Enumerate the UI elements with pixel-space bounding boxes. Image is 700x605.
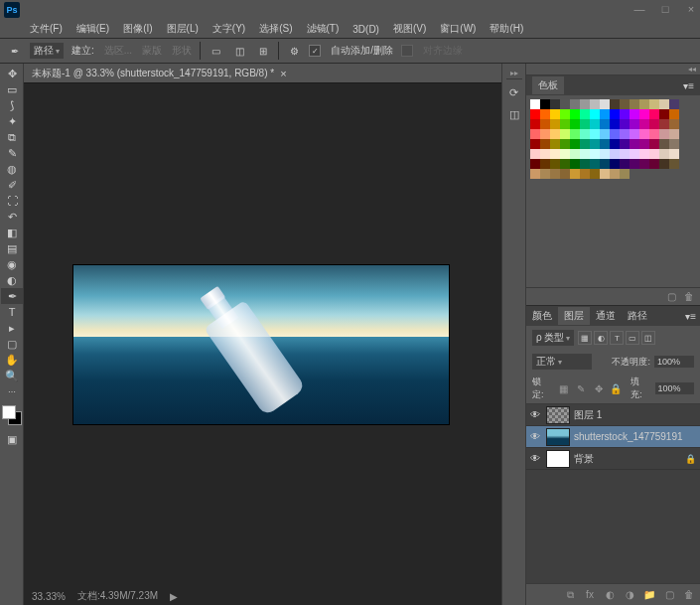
panel-menu-icon[interactable]: ▾≡ xyxy=(683,80,694,91)
delete-swatch-icon[interactable]: 🗑 xyxy=(682,290,696,304)
swatch[interactable] xyxy=(570,119,580,129)
quick-mask-toggle[interactable]: ▣ xyxy=(1,431,23,447)
swatch[interactable] xyxy=(600,129,610,139)
path-op-1-icon[interactable]: ▭ xyxy=(207,42,224,60)
filter-type-icon[interactable]: T xyxy=(610,331,624,345)
close-tab-icon[interactable]: × xyxy=(280,68,286,79)
menu-窗口(W)[interactable]: 窗口(W) xyxy=(434,20,482,38)
swatch[interactable] xyxy=(610,159,620,169)
swatch[interactable] xyxy=(610,119,620,129)
swatch[interactable] xyxy=(570,109,580,119)
edit-toolbar[interactable]: ⋯ xyxy=(1,383,23,399)
layer-fx-icon[interactable]: fx xyxy=(583,588,597,602)
align-edges-checkbox[interactable] xyxy=(401,45,413,57)
swatch[interactable] xyxy=(659,109,669,119)
swatch[interactable] xyxy=(649,159,659,169)
swatch[interactable] xyxy=(540,139,550,149)
swatch[interactable] xyxy=(530,169,540,179)
swatch[interactable] xyxy=(649,129,659,139)
healing-brush-tool[interactable]: ◍ xyxy=(1,161,23,177)
filter-shape-icon[interactable]: ▭ xyxy=(626,331,639,345)
color-swatches[interactable] xyxy=(2,405,22,425)
lock-pixels-icon[interactable]: ✎ xyxy=(574,381,588,395)
dodge-tool[interactable]: ◐ xyxy=(1,272,23,288)
type-tool[interactable]: T xyxy=(1,304,23,320)
gear-icon[interactable]: ⚙ xyxy=(285,42,303,60)
swatch[interactable] xyxy=(620,149,630,159)
swatch[interactable] xyxy=(639,139,649,149)
swatch[interactable] xyxy=(560,149,570,159)
menu-视图(V)[interactable]: 视图(V) xyxy=(387,20,432,38)
eraser-tool[interactable]: ◧ xyxy=(1,225,23,240)
swatch[interactable] xyxy=(639,99,649,109)
swatch[interactable] xyxy=(560,119,570,129)
delete-layer-icon[interactable]: 🗑 xyxy=(682,588,696,602)
swatch[interactable] xyxy=(639,109,649,119)
swatch[interactable] xyxy=(639,149,649,159)
swatch[interactable] xyxy=(659,99,669,109)
magic-wand-tool[interactable]: ✦ xyxy=(1,113,23,129)
swatch[interactable] xyxy=(610,149,620,159)
swatch[interactable] xyxy=(590,129,600,139)
swatch[interactable] xyxy=(610,139,620,149)
blend-mode-dropdown[interactable]: 正常 ▾ xyxy=(532,354,592,370)
menu-图像(I)[interactable]: 图像(I) xyxy=(117,20,158,38)
swatch[interactable] xyxy=(630,129,639,139)
swatch[interactable] xyxy=(580,159,590,169)
layer-name[interactable]: shutterstock_147759191 xyxy=(574,431,696,442)
maximize-button[interactable]: □ xyxy=(658,2,672,16)
swatch[interactable] xyxy=(590,99,600,109)
swatch[interactable] xyxy=(580,119,590,129)
menu-文字(Y)[interactable]: 文字(Y) xyxy=(207,20,251,38)
swatch[interactable] xyxy=(570,139,580,149)
opacity-input[interactable]: 100% xyxy=(654,356,694,368)
new-layer-icon[interactable]: ▢ xyxy=(662,588,676,602)
swatch[interactable] xyxy=(570,159,580,169)
auto-add-checkbox[interactable]: ✓ xyxy=(309,45,321,57)
swatch[interactable] xyxy=(620,169,630,179)
swatch[interactable] xyxy=(649,139,659,149)
swatch[interactable] xyxy=(639,159,649,169)
swatch[interactable] xyxy=(639,119,649,129)
swatch[interactable] xyxy=(560,129,570,139)
swatch[interactable] xyxy=(610,169,620,179)
layers-menu-icon[interactable]: ▾≡ xyxy=(681,311,700,322)
swatch[interactable] xyxy=(659,119,669,129)
clone-stamp-tool[interactable]: ⛶ xyxy=(1,193,23,209)
swatch[interactable] xyxy=(649,119,659,129)
swatch[interactable] xyxy=(560,159,570,169)
visibility-icon[interactable]: 👁 xyxy=(530,409,542,421)
move-tool[interactable]: ✥ xyxy=(1,66,23,81)
swatch[interactable] xyxy=(600,109,610,119)
swatch[interactable] xyxy=(580,129,590,139)
swatch[interactable] xyxy=(530,109,540,119)
swatch[interactable] xyxy=(620,99,630,109)
swatch[interactable] xyxy=(659,129,669,139)
fill-input[interactable]: 100% xyxy=(655,382,694,394)
swatch[interactable] xyxy=(610,109,620,119)
swatch[interactable] xyxy=(530,139,540,149)
swatch[interactable] xyxy=(639,129,649,139)
swatch[interactable] xyxy=(550,139,560,149)
swatch[interactable] xyxy=(659,139,669,149)
swatch[interactable] xyxy=(590,149,600,159)
menu-3D(D)[interactable]: 3D(D) xyxy=(347,22,385,37)
swatch[interactable] xyxy=(540,149,550,159)
history-brush-tool[interactable]: ↶ xyxy=(1,209,23,225)
tab-通道[interactable]: 通道 xyxy=(590,307,622,325)
swatch[interactable] xyxy=(620,119,630,129)
history-panel-icon[interactable]: ⟳ xyxy=(505,83,523,101)
menu-文件(F)[interactable]: 文件(F) xyxy=(24,20,69,38)
swatch[interactable] xyxy=(669,99,679,109)
layer-name[interactable]: 图层 1 xyxy=(574,408,696,422)
swatch[interactable] xyxy=(530,129,540,139)
swatch[interactable] xyxy=(560,109,570,119)
swatch[interactable] xyxy=(630,119,639,129)
visibility-icon[interactable]: 👁 xyxy=(530,431,542,443)
layer-name[interactable]: 背景 xyxy=(574,452,681,466)
lock-position-icon[interactable]: ✥ xyxy=(592,381,606,395)
swatch[interactable] xyxy=(580,139,590,149)
swatch[interactable] xyxy=(649,99,659,109)
swatch[interactable] xyxy=(560,169,570,179)
menu-滤镜(T)[interactable]: 滤镜(T) xyxy=(301,20,346,38)
